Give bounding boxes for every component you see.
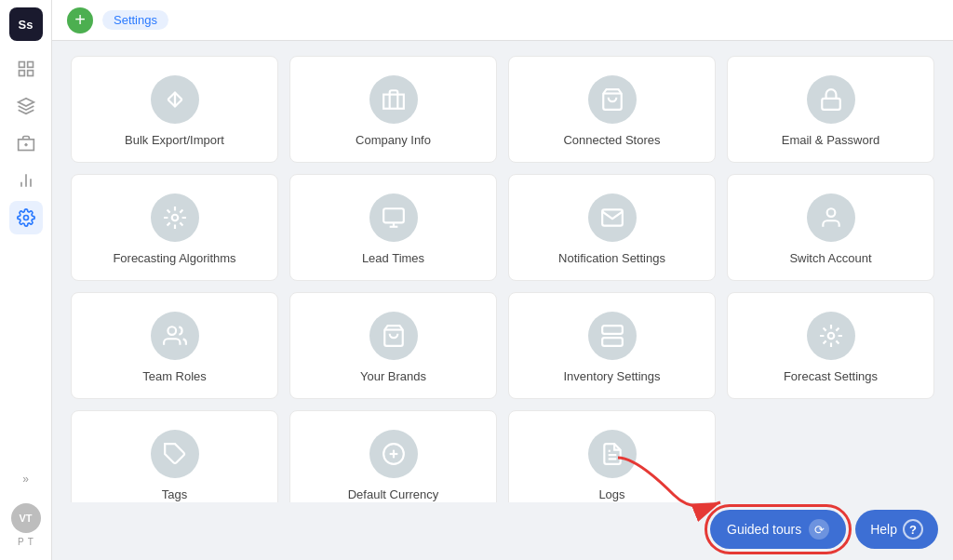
help-label: Help [870,522,897,537]
forecast-settings-icon [807,312,855,360]
guided-tours-button[interactable]: Guided tours ⟳ [710,510,846,549]
svg-rect-23 [602,326,623,334]
svg-rect-3 [27,71,33,76]
card-team-roles[interactable]: Team Roles [71,292,278,399]
svg-point-21 [168,327,176,335]
header: + Settings [52,0,953,41]
connected-stores-icon [588,75,637,124]
default-currency-icon [369,430,418,478]
card-label: Your Brands [360,369,426,383]
settings-grid-area: Bulk Export/Import Company Info Connecte… [52,41,953,502]
app-logo[interactable]: Ss [9,7,43,41]
card-label: Connected Stores [563,133,660,147]
svg-point-20 [826,208,835,217]
svg-rect-24 [602,338,623,346]
bottom-bar: Guided tours ⟳ Help ? [52,502,953,560]
card-label: Logs [598,487,624,501]
card-label: Forecasting Algorithms [113,251,235,265]
svg-rect-2 [19,71,24,76]
card-tags[interactable]: Tags [71,410,278,502]
card-forecast-settings[interactable]: Forecast Settings [727,292,934,399]
sidebar-item-warehouse[interactable] [9,127,43,160]
company-info-icon [369,75,418,124]
notification-settings-icon [588,193,637,242]
card-label: Notification Settings [558,251,665,265]
svg-point-27 [827,333,834,340]
sidebar-item-dashboard[interactable] [9,52,43,86]
sidebar: Ss » VT PT [0,0,52,560]
card-email-password[interactable]: Email & Password [727,56,934,163]
card-label: Bulk Export/Import [125,133,224,147]
card-label: Lead Times [362,251,424,265]
logs-icon [588,430,637,478]
svg-point-16 [171,215,178,221]
svg-rect-17 [383,208,404,222]
card-default-currency[interactable]: Default Currency [289,410,497,502]
switch-account-icon [807,193,855,242]
svg-rect-15 [822,99,840,110]
card-label: Switch Account [789,251,871,265]
card-label: Company Info [356,133,431,147]
svg-point-10 [23,216,28,220]
card-bulk-export-import[interactable]: Bulk Export/Import [71,56,278,163]
card-label: Default Currency [348,487,439,501]
card-label: Tags [162,487,187,501]
guided-tours-label: Guided tours [727,522,801,537]
card-logs[interactable]: Logs [508,410,716,502]
card-inventory-settings[interactable]: Inventory Settings [508,292,716,399]
help-icon: ? [903,519,923,540]
card-your-brands[interactable]: Your Brands [289,292,497,399]
sidebar-item-settings[interactable] [9,201,43,234]
card-notification-settings[interactable]: Notification Settings [508,174,716,281]
card-label: Forecast Settings [784,369,878,383]
main-content: + Settings Bulk Export/Import Company In… [52,0,953,560]
card-connected-stores[interactable]: Connected Stores [508,56,716,163]
lead-times-icon [369,193,418,242]
tour-icon: ⟳ [809,519,829,540]
card-lead-times[interactable]: Lead Times [289,174,497,281]
sidebar-expand-button[interactable]: » [9,462,43,496]
card-label: Team Roles [142,369,207,383]
tags-icon [151,430,199,478]
breadcrumb: Settings [102,10,168,30]
your-brands-icon [369,312,418,360]
settings-grid: Bulk Export/Import Company Info Connecte… [71,56,934,502]
svg-rect-13 [383,95,404,109]
help-button[interactable]: Help ? [855,510,938,549]
sidebar-item-tools[interactable] [9,89,43,123]
card-company-info[interactable]: Company Info [289,56,497,163]
email-password-icon [807,75,855,124]
svg-rect-0 [19,62,24,68]
sidebar-item-analytics[interactable] [9,164,43,197]
add-button[interactable]: + [67,7,93,33]
card-label: Inventory Settings [563,369,660,383]
avatar[interactable]: VT [11,503,41,533]
card-switch-account[interactable]: Switch Account [727,174,934,281]
team-roles-icon [151,312,199,360]
forecasting-algorithms-icon [151,193,199,242]
svg-rect-1 [27,62,33,68]
card-forecasting-algorithms[interactable]: Forecasting Algorithms [71,174,278,281]
card-label: Email & Password [782,133,879,147]
sidebar-pt-labels: PT [18,537,34,547]
bulk-export-import-icon [151,75,199,124]
inventory-settings-icon [588,312,637,360]
